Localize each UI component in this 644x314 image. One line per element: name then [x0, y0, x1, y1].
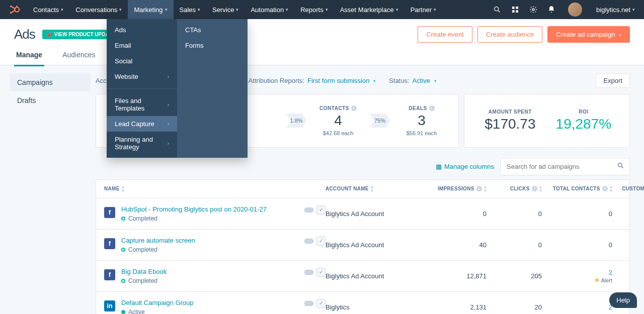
tab-audiences[interactable]: Audiences [60, 46, 97, 65]
menu-item-social[interactable]: Social [107, 53, 177, 69]
nav-item-sales[interactable]: Sales▾ [174, 0, 207, 19]
marketplace-icon[interactable] [511, 5, 520, 14]
info-icon[interactable]: i [351, 106, 357, 111]
column-total-contacts[interactable]: TOTAL CONTACTSi▴▾ [542, 185, 612, 193]
help-button[interactable]: Help [609, 292, 637, 308]
campaign-name-link[interactable]: Big Data Ebook [121, 268, 167, 275]
table-row: fHubSpot - Promoting Biglytics post on 2… [96, 198, 629, 230]
column-clicks[interactable]: CLICKSi▴▾ [487, 185, 542, 193]
account-switcher[interactable]: biglytics.net▾ [596, 6, 635, 14]
campaign-name-link[interactable]: Capture automate screen [121, 237, 195, 244]
chevron-right-icon: › [168, 102, 169, 108]
clicks-value: 0 [487, 241, 542, 249]
column-name[interactable]: NAME▴▾ [104, 185, 326, 193]
status-toggle[interactable] [304, 270, 313, 275]
nav-item-automation[interactable]: Automation▾ [245, 0, 294, 19]
campaign-name-link[interactable]: HubSpot - Promoting Biglytics post on 20… [121, 205, 267, 213]
status-filter[interactable]: Active ▾ [413, 77, 437, 84]
chevron-down-icon: ▾ [619, 33, 621, 38]
clicks-value: 0 [487, 210, 542, 218]
nav-item-reports[interactable]: Reports▾ [294, 0, 334, 19]
nav-item-marketing[interactable]: Marketing▾ [128, 0, 173, 19]
row-checkbox[interactable]: ✓ [316, 237, 326, 246]
nav-item-service[interactable]: Service▾ [206, 0, 245, 19]
account-name: Biglytics Ad Account [326, 272, 426, 280]
menu-item-ads[interactable]: Ads [107, 22, 177, 38]
column-customers[interactable]: CUSTOMERSi▴▾ [612, 185, 644, 193]
row-checkbox[interactable]: ✓ [316, 268, 326, 277]
menu-item-lead-capture[interactable]: Lead Capture› [107, 116, 177, 132]
facebook-icon: f [104, 207, 115, 218]
svg-point-5 [16, 6, 18, 7]
create-ad-campaign-button[interactable]: Create ad campaign ▾ [547, 26, 630, 43]
account-label: biglytics.net [596, 6, 630, 14]
row-checkbox[interactable]: ✓ [316, 205, 326, 215]
info-icon[interactable]: i [429, 106, 435, 111]
sort-icon[interactable]: ▴▾ [371, 185, 373, 193]
campaigns-table: NAME▴▾ACCOUNT NAME▴▾IMPRESSIONSi▴▾CLICKS… [96, 179, 630, 314]
alert-badge: Alert [542, 277, 612, 283]
search-input[interactable] [501, 158, 612, 175]
contacts-value: 2Alert [542, 269, 612, 283]
spend-card: AMOUNT SPENT $170.73 ROI 19,287% [464, 94, 630, 148]
menu-item-planning-and-strategy[interactable]: Planning and Strategy› [107, 132, 177, 155]
table-row: fCapture automate screenCompleted✓Biglyt… [96, 230, 629, 261]
manage-columns-link[interactable]: ▦ Manage columns [436, 163, 494, 170]
export-button[interactable]: Export [596, 73, 630, 88]
clicks-value: 20 [487, 303, 542, 311]
nav-item-partner[interactable]: Partner▾ [405, 0, 443, 19]
status-toggle[interactable] [304, 301, 313, 306]
chevron-down-icon: ▾ [434, 7, 436, 12]
column-account-name[interactable]: ACCOUNT NAME▴▾ [326, 185, 426, 193]
deals-value: 3 [394, 112, 449, 129]
svg-rect-10 [512, 10, 515, 13]
create-event-button[interactable]: Create event [418, 26, 472, 43]
status-toggle[interactable] [304, 207, 313, 213]
user-avatar[interactable] [568, 3, 582, 17]
menu-item-website[interactable]: Website› [107, 69, 177, 84]
sidebar-item-campaigns[interactable]: Campaigns [10, 73, 91, 91]
menu-item-email[interactable]: Email [107, 38, 177, 53]
campaign-status: Completed [121, 246, 195, 253]
contacts-each: $42.68 each [310, 130, 366, 136]
campaign-status: Completed [121, 215, 267, 222]
sort-icon[interactable]: ▴▾ [122, 185, 124, 193]
menu-item-files-and-templates[interactable]: Files and Templates› [107, 93, 177, 116]
nav-item-conversations[interactable]: Conversations▾ [69, 0, 128, 19]
menu-item-ctas[interactable]: CTAs [177, 22, 248, 38]
svg-line-14 [621, 166, 623, 168]
create-audience-button[interactable]: Create audience [477, 26, 542, 43]
status-toggle[interactable] [304, 239, 313, 244]
nav-item-asset-marketplace[interactable]: Asset Marketplace▾ [334, 0, 405, 19]
hubspot-logo[interactable] [9, 4, 20, 15]
contacts-value: 4 [310, 112, 366, 129]
nav-item-contacts[interactable]: Contacts▾ [27, 0, 69, 19]
status-label: Status: [389, 77, 409, 84]
impressions-value: 2,131 [426, 303, 487, 311]
attribution-filter[interactable]: First form submission ▾ [307, 77, 376, 84]
svg-point-3 [10, 6, 12, 8]
sidebar-item-drafts[interactable]: Drafts [10, 91, 91, 110]
settings-icon[interactable] [529, 5, 538, 14]
roi-value: 19,287% [556, 116, 612, 133]
chevron-right-icon: › [168, 141, 169, 146]
row-checkbox[interactable]: ✓ [316, 299, 326, 308]
tab-manage[interactable]: Manage [14, 46, 44, 65]
svg-point-13 [618, 163, 622, 167]
info-icon[interactable]: i [476, 186, 482, 191]
menu-item-forms[interactable]: Forms [177, 38, 248, 53]
svg-point-0 [15, 7, 19, 12]
notifications-icon[interactable] [547, 5, 556, 14]
info-icon[interactable]: i [602, 186, 608, 191]
chevron-down-icon: ▾ [286, 7, 288, 12]
search-icon[interactable] [612, 162, 629, 171]
account-name: Biglytics Ad Account [326, 210, 426, 218]
attribution-label: Attribution Reports: [249, 77, 304, 84]
deals-each: $56.91 each [394, 130, 449, 136]
contacts-link[interactable]: 2 [609, 269, 612, 276]
campaign-name-link[interactable]: Default Campaign Group [121, 299, 194, 306]
search-icon[interactable] [493, 5, 502, 14]
info-icon[interactable]: i [532, 186, 537, 191]
left-sidebar: CampaignsDrafts [10, 70, 91, 110]
column-impressions[interactable]: IMPRESSIONSi▴▾ [426, 185, 487, 193]
